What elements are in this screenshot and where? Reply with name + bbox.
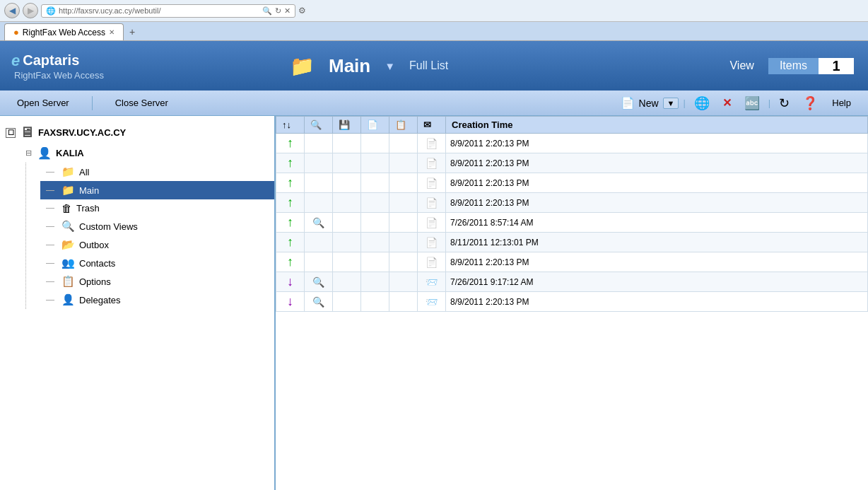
col-doc-header[interactable]: 📄 (361, 117, 389, 134)
col-search-header[interactable]: 🔍 (305, 117, 333, 134)
toolbar: 📄 New ▼ | 🌐 ✕ 🔤 | ↻ ❓ Help (621, 94, 857, 112)
sidebar-item-options[interactable]: 📋 Options (40, 272, 274, 291)
content-area: ↑↓ 🔍 💾 📄 📋 ✉ Creation Time ↑ 📄 8/9/2011 … (276, 116, 868, 490)
collapse-icon[interactable]: ⊟ (25, 148, 32, 158)
forward-button[interactable]: ▶ (23, 3, 38, 18)
direction-cell: ↑ (276, 193, 305, 213)
sidebar-item-all[interactable]: 📁 All (40, 163, 274, 181)
user-icon: 👤 (37, 146, 52, 160)
table-row[interactable]: ↑ 📄 8/9/2011 2:20:13 PM (276, 153, 868, 173)
open-server-menu[interactable]: Open Server (11, 95, 75, 111)
help-label[interactable]: Help (826, 95, 857, 111)
hline (46, 172, 54, 173)
user-name: KALIA (56, 148, 84, 158)
sidebar-item-delegates[interactable]: 👤 Delegates (40, 291, 274, 309)
search-cell: 🔍 (305, 292, 333, 312)
logo-area: e Captaris RightFax Web Access (0, 46, 276, 86)
sidebar-item-all-label: All (79, 167, 89, 177)
save-cell (333, 252, 361, 272)
sidebar-item-trash-label: Trash (76, 203, 100, 214)
hline (46, 245, 54, 245)
font-icon[interactable]: 🔤 (740, 94, 764, 112)
tree-children: 📁 All 📁 Main 🗑 Trash 🔍 Custom Views (25, 163, 274, 309)
refresh-addr-icon[interactable]: ↻ (275, 6, 281, 16)
toolbar-sep-1: | (683, 98, 685, 108)
sidebar-item-custom-views[interactable]: 🔍 Custom Views (40, 217, 274, 235)
col-clip-header[interactable]: 📋 (389, 117, 418, 134)
view-dropdown[interactable]: ▼ (385, 60, 395, 72)
table-row[interactable]: ↑ 📄 8/9/2011 2:20:13 PM (276, 193, 868, 213)
sidebar-item-main[interactable]: 📁 Main (40, 181, 274, 199)
sidebar-item-outbox[interactable]: 📂 Outbox (40, 235, 274, 254)
clip-cell (389, 173, 418, 193)
table-row[interactable]: ↑ 📄 8/11/2011 12:13:01 PM (276, 233, 868, 252)
new-doc-icon: 📄 (621, 96, 635, 110)
network-icon[interactable]: 🌐 (690, 94, 714, 112)
back-button[interactable]: ◀ (4, 3, 20, 18)
doc-cell (361, 213, 389, 233)
view-button[interactable]: View (729, 59, 753, 72)
col-mail-icon: ✉ (423, 119, 431, 130)
save-cell (333, 153, 361, 173)
save-cell (333, 213, 361, 233)
sidebar-item-custom-views-label: Custom Views (79, 221, 138, 232)
delegates-icon: 👤 (61, 293, 75, 306)
clip-cell (389, 233, 418, 252)
close-server-menu[interactable]: Close Server (110, 95, 174, 111)
doc-cell (361, 193, 389, 213)
table-row[interactable]: ↑ 📄 8/9/2011 2:20:13 PM (276, 134, 868, 153)
col-sort-header[interactable]: ↑↓ (276, 117, 305, 134)
browser-controls: ⚙ (298, 6, 306, 16)
hline (46, 226, 54, 227)
main-folder-icon: 📁 (290, 54, 315, 78)
table-row[interactable]: ↓ 🔍 📨 8/9/2011 2:20:13 PM (276, 292, 868, 312)
time-cell: 8/9/2011 2:20:13 PM (446, 173, 868, 193)
refresh-icon[interactable]: ↻ (775, 94, 794, 112)
menu-bar: Open Server Close Server 📄 New ▼ | 🌐 ✕ 🔤… (0, 91, 868, 116)
doc-cell (361, 153, 389, 173)
address-bar[interactable]: 🌐 http://faxsrv.ucy.ac.cy/webutil/ 🔍 ↻ ✕ (41, 4, 295, 18)
direction-cell: ↓ (276, 292, 305, 312)
sidebar-item-trash[interactable]: 🗑 Trash (40, 199, 274, 217)
close-addr-icon[interactable]: ✕ (284, 6, 291, 16)
mail-cell: 📨 (418, 292, 446, 312)
active-tab[interactable]: ● RightFax Web Access ✕ (4, 23, 124, 40)
doc-icon-gray: 📄 (426, 177, 438, 189)
table-row[interactable]: ↓ 🔍 📨 7/26/2011 9:17:12 AM (276, 272, 868, 292)
doc-cell (361, 252, 389, 272)
clip-cell (389, 134, 418, 153)
col-save-header[interactable]: 💾 (333, 117, 361, 134)
tab-close-button[interactable]: ✕ (109, 28, 115, 36)
new-dropdown-arrow[interactable]: ▼ (663, 98, 679, 109)
new-button[interactable]: New (636, 96, 662, 110)
table-row[interactable]: ↑ 📄 8/9/2011 2:20:13 PM (276, 252, 868, 272)
help-icon[interactable]: ❓ (798, 94, 822, 112)
search-addr-icon[interactable]: 🔍 (262, 6, 272, 16)
search-cell (305, 153, 333, 173)
table-row[interactable]: ↑ 🔍 📄 7/26/2011 8:57:14 AM (276, 213, 868, 233)
user-node[interactable]: ⊟ 👤 KALIA (20, 144, 274, 163)
save-cell (333, 292, 361, 312)
server-checkbox[interactable]: ☐ (6, 128, 16, 138)
sidebar-item-delegates-label: Delegates (79, 295, 121, 305)
time-cell: 8/9/2011 2:20:13 PM (446, 292, 868, 312)
custom-views-icon: 🔍 (61, 220, 75, 233)
main-folder-icon-sm: 📁 (61, 184, 75, 197)
col-time-header[interactable]: Creation Time (446, 117, 868, 134)
tab-favicon: ● (13, 27, 19, 37)
user-section: ⊟ 👤 KALIA 📁 All 📁 Main 🗑 (0, 144, 274, 309)
col-mail-header[interactable]: ✉ (418, 117, 446, 134)
tabs-bar: ● RightFax Web Access ✕ + (0, 22, 868, 40)
direction-arrow: ↑ (287, 195, 293, 209)
delete-icon[interactable]: ✕ (718, 95, 736, 111)
sidebar-item-contacts[interactable]: 👥 Contacts (40, 254, 274, 272)
col-save-icon: 💾 (339, 119, 350, 130)
doc-icon-gray: 📄 (426, 257, 438, 268)
new-tab-button[interactable]: + (125, 23, 139, 40)
clip-cell (389, 213, 418, 233)
hline (46, 300, 54, 301)
compat-icon[interactable]: ⚙ (298, 6, 306, 16)
table-row[interactable]: ↑ 📄 8/9/2011 2:20:13 PM (276, 173, 868, 193)
header-right: View Items 1 (729, 58, 868, 74)
mail-cell: 📄 (418, 173, 446, 193)
